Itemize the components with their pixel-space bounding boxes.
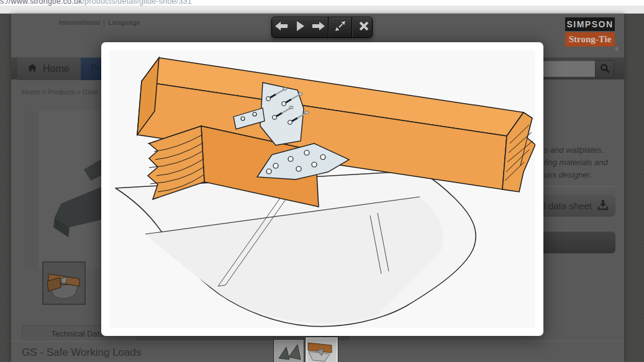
lightbox-image [109,50,535,328]
product-description-fragment: s and wallplates. fing materials and uss… [544,144,628,181]
datasheet-button-label: al data sheet [538,201,592,211]
action-bar-button[interactable] [535,232,615,253]
link-international[interactable]: International [59,19,100,26]
close-button[interactable] [353,17,375,37]
description-line: s and wallplates. [544,144,628,156]
next-icon [311,20,327,35]
breadcrumb[interactable]: Home > Products > Glide [22,88,99,96]
glide-shoe-illustration [109,50,535,328]
search-button[interactable] [595,60,614,78]
link-language[interactable]: Language [108,19,140,26]
close-icon [357,20,371,35]
registered-icon: ® [615,47,619,52]
description-line: uss designer. [544,169,628,181]
download-icon [597,199,609,213]
gallery-thumbnail-illustration-active[interactable] [306,337,338,362]
fullscreen-icon [333,20,347,35]
prev-button[interactable] [272,17,291,37]
product-photo [25,111,112,269]
tab-technical-data-label: Technical Data [51,329,104,338]
play-icon [294,20,306,35]
product-photo-shapes [25,111,112,269]
gallery-thumbnail-photo-image [274,340,302,362]
play-button[interactable] [291,17,309,37]
nav-tab-home[interactable]: Home [17,58,81,80]
home-icon [27,63,37,75]
browser-chrome-strip [0,6,644,14]
fullscreen-button[interactable] [329,17,351,37]
page-background: International|Language SIMPSON Strong-Ti… [0,14,644,362]
browser-url-bar[interactable]: s://www.strongtie.co.uk/products/detail/… [0,0,644,6]
description-line: fing materials and [544,156,628,169]
url-host: s://www.strongtie.co.uk [0,0,82,6]
locale-separator: | [103,19,105,26]
url-text: s://www.strongtie.co.uk/products/detail/… [0,0,192,6]
prev-icon [273,20,289,35]
nav-tab-home-label: Home [43,63,70,75]
product-thumbnail-image [43,263,84,304]
gallery-thumbnail-photo[interactable] [273,339,304,362]
lightbox-modal [101,42,543,336]
simpson-strongtie-logo[interactable]: SIMPSON Strong-Tie ® [565,17,615,47]
url-path: /products/detail/glide-shoe/331 [82,0,191,6]
product-thumbnail[interactable] [42,261,86,305]
locale-links: International|Language [59,19,140,26]
search-input[interactable] [535,61,604,77]
section-heading: GS - Safe Working Loads [22,346,141,359]
gallery-thumbnail-illustration-image [307,339,332,362]
logo-simpson: SIMPSON [565,17,615,31]
lightbox-controls [271,17,373,38]
next-button[interactable] [309,17,328,37]
search-icon [599,63,610,76]
logo-strongtie: Strong-Tie [565,32,615,47]
divider [544,186,615,187]
datasheet-download-button[interactable]: al data sheet [535,194,615,217]
